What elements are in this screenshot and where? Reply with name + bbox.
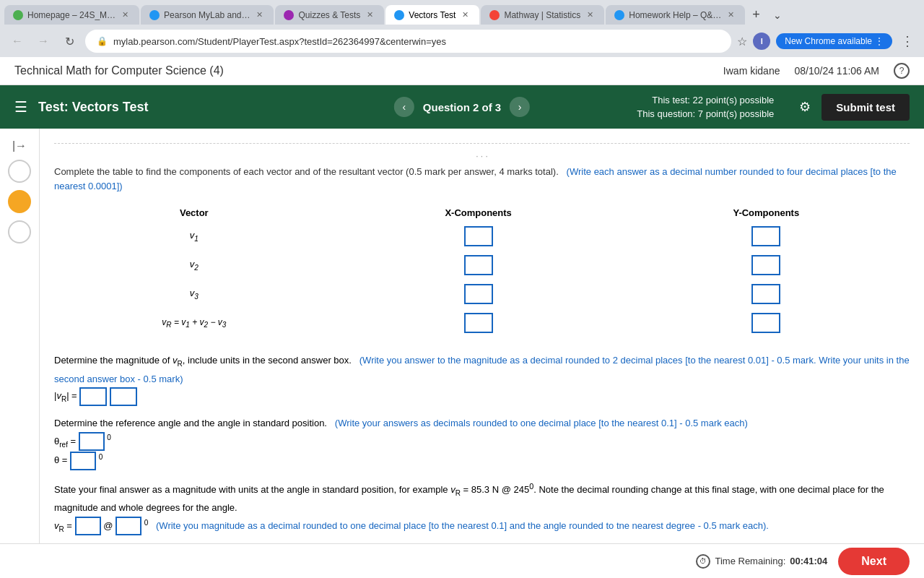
lock-icon: 🔒 — [97, 36, 108, 46]
theta-ref-input[interactable] — [79, 432, 105, 451]
x-input-v3[interactable] — [464, 284, 493, 304]
page-footer: ⏱ Time Remaining: 00:41:04 Next — [0, 543, 924, 578]
y-input-v2[interactable] — [751, 255, 780, 275]
tab-icon-mathway — [489, 10, 500, 20]
tab-mathway[interactable]: Mathway | Statistics ✕ — [481, 5, 604, 25]
next-button[interactable]: Next — [838, 548, 910, 575]
bookmark-button[interactable]: ☆ — [737, 35, 747, 48]
angle-blue: (Write your answers as decimals rounded … — [335, 418, 748, 428]
sidebar: |→ — [0, 129, 40, 545]
next-question-button[interactable]: › — [510, 97, 530, 117]
question-nav: ‹ Question 2 of 3 › — [394, 97, 530, 117]
rule-line — [54, 143, 910, 144]
question-item-3[interactable] — [8, 220, 31, 243]
theta-super: 0 — [99, 453, 103, 461]
content-area: · · · Complete the table to find the com… — [40, 129, 924, 545]
tab-icon-quizzes — [284, 10, 294, 20]
col-ycomp: Y-Components — [623, 204, 910, 222]
vectors-table: Vector X-Components Y-Components v1 v2 — [54, 204, 910, 337]
tab-homepage[interactable]: Homepage – 24S_M… ✕ — [4, 5, 139, 25]
tab-icon-homework — [614, 10, 624, 20]
y-input-v3[interactable] — [751, 284, 780, 304]
table-row-v1: v1 — [54, 222, 910, 251]
x-box-v1 — [334, 222, 623, 251]
tab-vectors[interactable]: Vectors Test ✕ — [385, 5, 479, 25]
vector-v3: v3 — [54, 280, 334, 309]
reload-button[interactable]: ↻ — [59, 31, 79, 51]
table-row-v2: v2 — [54, 251, 910, 280]
test-points: This test: 22 point(s) possible — [637, 93, 774, 108]
magnitude-input-units[interactable] — [110, 387, 137, 406]
x-box-v2 — [334, 251, 623, 280]
date-time: 08/10/24 11:06 AM — [794, 65, 879, 77]
final-angle-input[interactable] — [116, 517, 141, 535]
chrome-update-button[interactable]: New Chrome available ⋮ — [776, 33, 892, 49]
back-button[interactable]: ← — [7, 31, 27, 51]
y-box-v1 — [623, 222, 910, 251]
magnitude-text: Determine the magnitude of vR, include u… — [54, 355, 352, 366]
chrome-update-menu-icon: ⋮ — [875, 36, 884, 46]
question-item-2[interactable] — [8, 190, 31, 213]
x-input-vr[interactable] — [464, 313, 493, 333]
browser-menu-button[interactable]: ⋮ — [898, 30, 917, 52]
tab-label-vectors: Vectors Test — [409, 10, 456, 20]
prev-question-button[interactable]: ‹ — [394, 97, 414, 117]
tab-close-vectors[interactable]: ✕ — [460, 9, 471, 20]
magnitude-formula: |vR| = — [54, 390, 79, 401]
gear-icon[interactable]: ⚙ — [799, 99, 811, 115]
header-right: Iwam kidane 08/10/24 11:06 AM ? — [723, 63, 910, 79]
instructions: Complete the table to find the component… — [54, 165, 910, 193]
test-header: ☰ Test: Vectors Test ‹ Question 2 of 3 ›… — [0, 85, 924, 129]
y-box-vr — [623, 309, 910, 337]
profile-button[interactable]: I — [753, 33, 770, 50]
tab-close-mathway[interactable]: ✕ — [585, 9, 596, 20]
tab-pearson[interactable]: Pearson MyLab and… ✕ — [141, 5, 274, 25]
collapse-sidebar-button[interactable]: |→ — [9, 136, 30, 156]
submit-test-button[interactable]: Submit test — [821, 94, 910, 121]
chrome-update-label: New Chrome available — [785, 36, 872, 46]
final-at: @ — [103, 520, 116, 531]
main-layout: |→ · · · Complete the table to find the … — [0, 129, 924, 545]
magnitude-input-value[interactable] — [79, 387, 107, 406]
tab-icon-pearson — [149, 10, 160, 20]
hamburger-menu[interactable]: ☰ — [14, 98, 27, 116]
y-input-v1[interactable] — [751, 226, 780, 246]
tab-homework[interactable]: Homework Help – Q&… ✕ — [606, 5, 745, 25]
x-box-vr — [334, 309, 623, 337]
tab-icon-vectors — [394, 10, 404, 20]
submit-label: Submit test — [836, 101, 895, 113]
tab-label-quizzes: Quizzes & Tests — [298, 10, 360, 20]
x-input-v1[interactable] — [464, 226, 493, 246]
tab-close-pearson[interactable]: ✕ — [254, 9, 265, 20]
address-input[interactable]: 🔒 mylab.pearson.com/Student/PlayerTest.a… — [85, 30, 731, 53]
next-label: Next — [861, 555, 886, 567]
table-row-vr: vR = v1 + v2 − v3 — [54, 309, 910, 337]
ellipsis-bar: · · · — [54, 151, 910, 161]
tab-close-quizzes[interactable]: ✕ — [365, 9, 375, 20]
test-info: This test: 22 point(s) possible This que… — [637, 93, 774, 121]
y-input-vr[interactable] — [751, 313, 780, 333]
final-magnitude-input[interactable] — [75, 517, 101, 535]
x-input-v2[interactable] — [464, 255, 493, 275]
browser-chrome: Homepage – 24S_M… ✕ Pearson MyLab and… ✕… — [0, 0, 924, 57]
tab-overflow-button[interactable]: ⌄ — [767, 7, 788, 24]
tab-close-homepage[interactable]: ✕ — [120, 9, 131, 20]
address-bar: ← → ↻ 🔒 mylab.pearson.com/Student/Player… — [0, 25, 924, 57]
address-text: mylab.pearson.com/Student/PlayerTest.asp… — [113, 36, 446, 47]
theta-input[interactable] — [70, 452, 96, 470]
test-name: Vectors Test — [72, 100, 149, 114]
new-tab-button[interactable]: + — [746, 4, 766, 25]
tab-label-mathway: Mathway | Statistics — [504, 10, 580, 20]
tab-label-homepage: Homepage – 24S_M… — [27, 10, 116, 20]
tab-close-homework[interactable]: ✕ — [725, 9, 736, 20]
y-box-v3 — [623, 280, 910, 309]
theta-label: θ = — [54, 455, 70, 466]
tab-quizzes[interactable]: Quizzes & Tests ✕ — [275, 5, 384, 25]
tab-label-pearson: Pearson MyLab and… — [164, 10, 250, 20]
vector-v2: v2 — [54, 251, 334, 280]
help-button[interactable]: ? — [894, 63, 910, 79]
x-box-v3 — [334, 280, 623, 309]
question-item-1[interactable] — [8, 160, 31, 183]
forward-button[interactable]: → — [33, 31, 53, 51]
final-text: State your final answer as a magnitude w… — [54, 484, 884, 514]
